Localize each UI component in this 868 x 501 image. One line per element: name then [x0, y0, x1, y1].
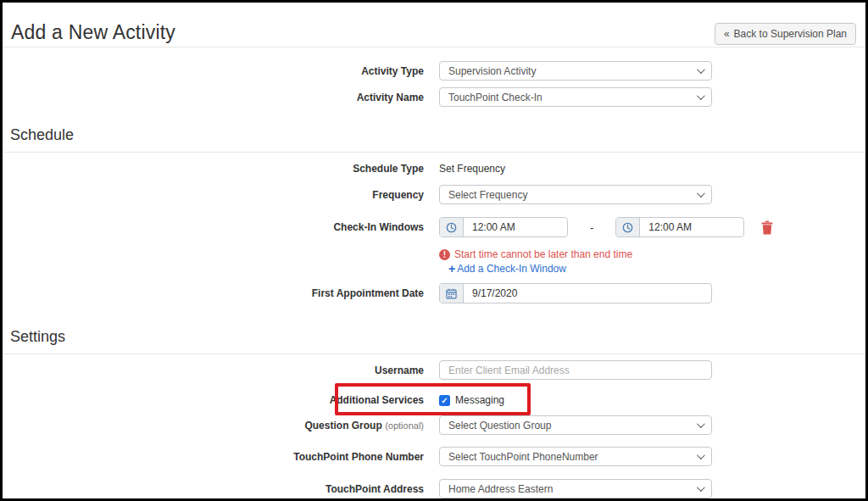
question-group-select[interactable]: Select Question Group [439, 415, 712, 435]
calendar-icon[interactable] [440, 284, 464, 303]
end-time-input[interactable] [640, 218, 743, 237]
address-select[interactable]: Home Address Eastern [439, 479, 712, 498]
activity-type-select[interactable]: Supervision Activity [439, 61, 712, 81]
question-group-label-text: Question Group [304, 420, 381, 431]
clock-icon[interactable] [440, 218, 464, 237]
frequency-select[interactable]: Select Frequency [439, 185, 712, 204]
double-chevron-left-icon: « [724, 28, 730, 40]
activity-type-label: Activity Type [3, 65, 424, 77]
messaging-checkbox-label: Messaging [455, 394, 504, 406]
header-divider [3, 47, 865, 47]
username-row: Username [3, 360, 865, 380]
chevron-down-icon [697, 65, 705, 74]
start-time-input[interactable] [464, 218, 567, 237]
start-time-group [439, 217, 568, 237]
activity-name-select[interactable]: TouchPoint Check-In [439, 87, 712, 107]
address-label: TouchPoint Address [3, 483, 424, 495]
checkin-windows-label: Check-In Windows [3, 221, 424, 233]
frequency-row: Frequency Select Frequency [3, 185, 865, 204]
add-checkin-window-link[interactable]: + Add a Check-In Window [448, 262, 566, 276]
delete-checkin-window-button[interactable] [761, 220, 773, 235]
phone-number-label: TouchPoint Phone Number [3, 451, 424, 463]
schedule-type-row: Schedule Type Set Frequency [3, 163, 865, 175]
phone-number-selected-value: Select TouchPoint PhoneNumber [448, 451, 598, 463]
chevron-down-icon [697, 420, 705, 428]
back-button-label: Back to Supervision Plan [734, 28, 847, 40]
schedule-section-title: Schedule [3, 126, 865, 153]
question-group-selected-value: Select Question Group [448, 420, 551, 431]
clock-icon[interactable] [616, 218, 640, 237]
phone-number-select[interactable]: Select TouchPoint PhoneNumber [439, 447, 712, 466]
additional-services-row: Additional Services ✓ Messaging [3, 394, 865, 406]
time-range-separator: - [590, 221, 593, 234]
activity-name-row: Activity Name TouchPoint Check-In [3, 87, 865, 107]
first-appointment-date-input[interactable] [464, 284, 711, 303]
messaging-checkbox-wrap[interactable]: ✓ Messaging [439, 394, 504, 406]
username-label: Username [3, 365, 424, 376]
additional-services-label: Additional Services [3, 394, 424, 406]
checkin-windows-row: Check-In Windows - [3, 217, 865, 237]
add-checkin-window-label[interactable]: Add a Check-In Window [457, 263, 566, 275]
add-activity-page: Add a New Activity « Back to Supervision… [0, 0, 868, 501]
activity-type-selected-value: Supervision Activity [448, 65, 536, 77]
first-appointment-date-group [439, 283, 712, 303]
activity-name-label: Activity Name [3, 92, 424, 103]
activity-type-row: Activity Type Supervision Activity [3, 61, 865, 81]
plus-icon: + [448, 262, 455, 276]
schedule-type-value: Set Frequency [439, 163, 505, 175]
error-circle-icon: ! [439, 249, 450, 260]
phone-number-row: TouchPoint Phone Number Select TouchPoin… [3, 447, 865, 466]
back-to-supervision-plan-button[interactable]: « Back to Supervision Plan [715, 23, 856, 45]
error-message: Start time cannot be later than end time [454, 248, 632, 260]
first-appointment-row: First Appointment Date [3, 283, 865, 303]
schedule-type-label: Schedule Type [3, 163, 424, 175]
frequency-label: Frequency [3, 189, 424, 201]
chevron-down-icon [697, 451, 705, 459]
end-time-group [615, 217, 744, 237]
messaging-checkbox[interactable]: ✓ [439, 395, 450, 406]
time-validation-error: ! Start time cannot be later than end ti… [439, 248, 632, 260]
trash-icon [761, 220, 773, 235]
username-input[interactable] [439, 360, 712, 380]
address-selected-value: Home Address Eastern [448, 483, 553, 495]
question-group-row: Question Group (optional) Select Questio… [3, 415, 865, 435]
question-group-optional-text: (optional) [385, 420, 424, 431]
chevron-down-icon [697, 189, 705, 198]
chevron-down-icon [697, 483, 705, 492]
frequency-selected-value: Select Frequency [448, 189, 527, 201]
question-group-label: Question Group (optional) [3, 420, 424, 431]
activity-name-selected-value: TouchPoint Check-In [448, 92, 542, 103]
chevron-down-icon [697, 92, 705, 100]
address-row: TouchPoint Address Home Address Eastern [3, 479, 865, 498]
page-title: Add a New Activity [11, 21, 175, 44]
first-appointment-label: First Appointment Date [3, 287, 424, 299]
settings-section-title: Settings [3, 328, 865, 354]
